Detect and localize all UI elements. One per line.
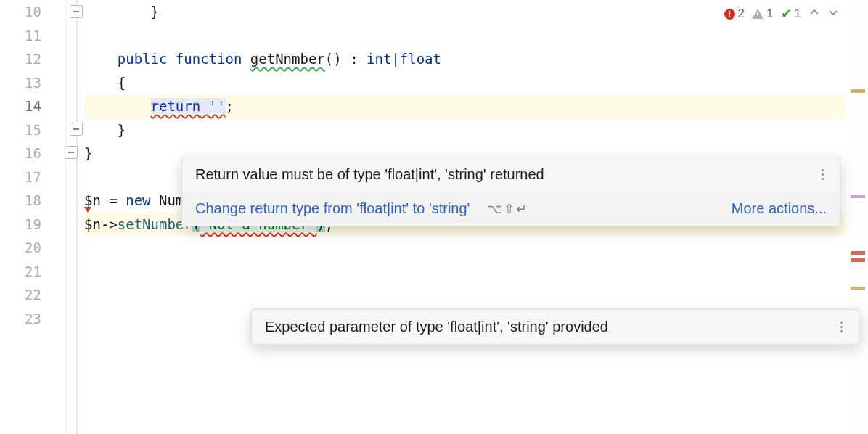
paren: ): [333, 51, 341, 67]
line-number: 16: [0, 142, 66, 165]
variable: $n: [84, 192, 101, 208]
colon: :: [342, 51, 367, 67]
brace: {: [84, 75, 126, 91]
code-line[interactable]: {: [84, 71, 845, 95]
code-line[interactable]: [84, 260, 845, 284]
error-marker-icon: [84, 207, 91, 213]
paren: (: [325, 51, 333, 67]
tooltip-message-row: Expected parameter of type 'float|int', …: [252, 310, 859, 344]
tooltip-message-row: Return value must be of type 'float|int'…: [182, 157, 840, 192]
stripe-marker-error[interactable]: [851, 258, 865, 262]
tooltip-actions-row: Change return type from 'float|int' to '…: [182, 192, 840, 226]
more-options-icon[interactable]: [838, 319, 846, 335]
error-stripe[interactable]: [848, 0, 868, 434]
chevron-up-icon[interactable]: [808, 7, 820, 22]
code-line-active[interactable]: return '';: [84, 94, 845, 118]
variable: $n: [84, 216, 101, 232]
code-line[interactable]: }: [84, 118, 845, 142]
line-number: 13: [0, 71, 66, 95]
line-number: 14: [0, 94, 66, 118]
line-number: 23: [0, 307, 66, 331]
checkmark-icon: ✔: [781, 6, 792, 22]
semicolon: ;: [226, 98, 234, 114]
line-number: 12: [0, 47, 66, 71]
line-number: 11: [0, 24, 66, 48]
line-number: 19: [0, 213, 66, 237]
keyword-return: return: [151, 98, 201, 114]
inspection-tooltip: Return value must be of type 'float|int'…: [181, 157, 840, 226]
keyword-function: function: [176, 51, 242, 67]
keyboard-shortcut: ⌥⇧↵: [487, 201, 528, 217]
more-options-icon[interactable]: [819, 166, 827, 183]
code-line[interactable]: [84, 24, 845, 48]
stripe-marker-warning[interactable]: [851, 287, 865, 290]
stripe-marker-error[interactable]: [851, 251, 865, 255]
line-number-gutter: 10 11 12 13 14 15 16 17 18 19 20 21 22 2…: [0, 0, 67, 434]
return-type: int|float: [367, 51, 441, 67]
code-line[interactable]: [84, 236, 845, 260]
warning-icon: [752, 9, 763, 19]
inspection-tooltip: Expected parameter of type 'float|int', …: [251, 309, 859, 345]
fold-toggle-icon[interactable]: [70, 5, 83, 18]
warning-count[interactable]: 1: [752, 7, 773, 21]
fold-guide: [76, 0, 78, 434]
line-number: 20: [0, 236, 66, 260]
stripe-marker-warning[interactable]: [851, 89, 865, 93]
line-number: 17: [0, 165, 66, 189]
error-icon: !: [724, 9, 735, 20]
error-count[interactable]: !2: [724, 7, 745, 21]
brace: }: [118, 4, 159, 20]
code-line[interactable]: public function getNnmber() : int|float: [84, 47, 845, 71]
line-number: 22: [0, 283, 66, 307]
brace: }: [84, 145, 92, 161]
fold-toggle-icon[interactable]: [65, 146, 78, 159]
stripe-marker[interactable]: [851, 195, 865, 198]
line-number: 18: [0, 189, 66, 213]
method-name: getNnmber: [250, 51, 325, 67]
string-literal: '': [209, 98, 226, 114]
pass-count[interactable]: ✔1: [781, 6, 801, 22]
code-editor[interactable]: 10 11 12 13 14 15 16 17 18 19 20 21 22 2…: [0, 0, 868, 434]
brace: }: [84, 122, 126, 138]
problems-summary[interactable]: !2 1 ✔1: [724, 6, 839, 22]
code-line[interactable]: [84, 283, 845, 307]
fold-column: [67, 0, 84, 434]
keyword-new: new: [126, 192, 150, 208]
tooltip-message: Return value must be of type 'float|int'…: [195, 166, 544, 183]
keyword-public: public: [118, 51, 168, 67]
fold-toggle-icon[interactable]: [70, 123, 83, 136]
line-number: 15: [0, 118, 66, 142]
line-number: 21: [0, 260, 66, 284]
line-number: 10: [0, 0, 66, 24]
quick-fix-action[interactable]: Change return type from 'float|int' to '…: [195, 200, 470, 217]
more-actions-link[interactable]: More actions...: [732, 200, 827, 217]
tooltip-message: Expected parameter of type 'float|int', …: [265, 319, 608, 335]
chevron-down-icon[interactable]: [827, 7, 839, 22]
